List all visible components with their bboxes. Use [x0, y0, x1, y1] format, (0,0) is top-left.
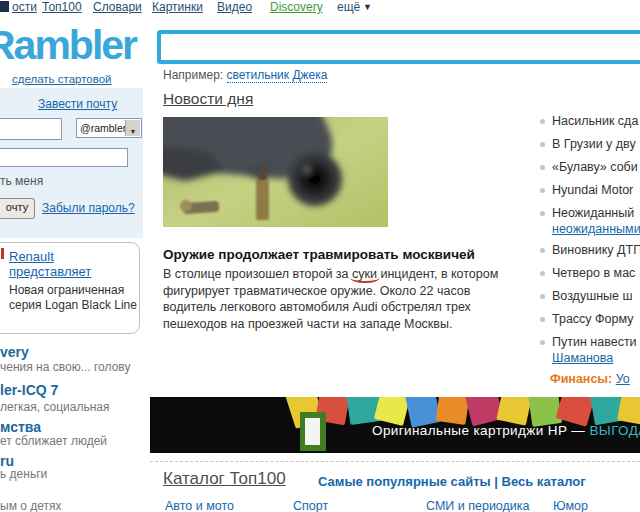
news-photo-pistol[interactable] [163, 117, 388, 227]
search-box [157, 30, 640, 64]
mail-password-input[interactable] [0, 148, 128, 167]
news-list-item[interactable]: Hyundai Motor [552, 183, 633, 197]
news-list-item[interactable]: «Булаву» соби [552, 160, 638, 174]
news-body: В столице произошел второй за суки инцид… [163, 266, 498, 332]
finance-label: Финансы: [550, 372, 612, 386]
favicon-icon [0, 1, 9, 12]
catalog-links: Самые популярные сайты | Весь каталог [318, 474, 586, 489]
finance-line: Финансы: Уо [550, 372, 630, 386]
sidebar-item-ru-desc: ь деньги [0, 467, 47, 481]
sidebar-item-icq-desc: легкая, социальная [0, 400, 110, 414]
news-list-item[interactable]: Воздушные ш [552, 289, 633, 303]
sidebar-item-icq[interactable]: ler-ICQ 7 [0, 382, 58, 398]
news-section-title[interactable]: Новости дня [163, 90, 253, 108]
rambler-portal-page: ости Топ100 Словари Картинки Видео Disco… [0, 0, 640, 512]
banner-card [436, 397, 471, 425]
hp-cartridge-icon [300, 412, 326, 451]
rambler-logo[interactable]: Rambler [0, 22, 136, 69]
banner-text: Оригинальные картриджи HP — ВЫГОДА [372, 423, 640, 438]
news-list-item-link[interactable]: Шаманова [552, 351, 637, 365]
catalog-separator: | [494, 474, 501, 489]
sidebar-item-znakomstva-desc: ет сближает людей [0, 434, 107, 448]
mail-login-input[interactable] [0, 118, 62, 140]
search-example-label: Например: [163, 68, 223, 82]
sidebar-item-discovery-desc: чения на свою... голову [0, 360, 130, 374]
news-headline[interactable]: Оружие продолжает травмировать москвичей [163, 247, 475, 262]
news-body-line2: фигурирует травматическое оружие. Около … [163, 283, 498, 300]
mail-login-button[interactable]: очту [0, 198, 35, 219]
select-arrow-icon[interactable]: ▼ [125, 120, 140, 136]
banner-card [617, 397, 640, 425]
catalog-title-link[interactable]: Каталог Топ100 [163, 469, 286, 489]
sidebar-item-deti-desc: ым о детях [0, 499, 62, 512]
news-list-item[interactable]: Путин навести Шаманова [552, 335, 637, 365]
mail-signup-link[interactable]: Завести почту [38, 97, 117, 111]
news-list-item[interactable]: Насильник сда [552, 114, 638, 128]
catalog-all-link[interactable]: Весь каталог [502, 474, 586, 489]
news-list-item-link[interactable]: неожиданными [552, 222, 640, 236]
nav-item-novosti[interactable]: ости [12, 0, 37, 14]
promo-link-presents[interactable]: представляет [9, 264, 91, 279]
nav-item-discovery[interactable]: Discovery [270, 0, 323, 14]
search-input[interactable] [165, 36, 640, 58]
news-list-item[interactable]: Четверо в мас [552, 266, 635, 280]
catalog-category-smi[interactable]: СМИ и периодика [426, 499, 530, 512]
news-body-line4: пешеходов на проезжей части на западе Мо… [163, 316, 498, 333]
renault-promo-box[interactable]: Renault представляет Новая ограниченная … [0, 242, 140, 334]
news-list-item[interactable]: В Грузии у дву [552, 137, 636, 151]
catalog-popular-link[interactable]: Самые популярные сайты [318, 474, 491, 489]
nav-item-more[interactable]: ещё [337, 0, 360, 14]
promo-badge-icon [1, 248, 4, 259]
nav-item-top100[interactable]: Топ100 [42, 0, 82, 14]
catalog-category-sport[interactable]: Спорт [293, 499, 328, 512]
sidebar-item-discovery[interactable]: very [0, 344, 29, 360]
finance-link[interactable]: Уо [616, 372, 630, 386]
typo-word-red-underline: суки [352, 267, 377, 281]
remember-me-label: ть меня [0, 174, 43, 188]
catalog-category-auto[interactable]: Авто и мото [165, 499, 234, 512]
promo-desc-line1: Новая ограниченная [9, 283, 124, 297]
catalog-category-humor[interactable]: Юмор [553, 499, 588, 512]
set-homepage-link[interactable]: сделать стартовой [12, 73, 112, 85]
news-body-line1: В столице произошел второй за суки инцид… [163, 266, 498, 283]
nav-item-video[interactable]: Видео [217, 0, 252, 14]
nav-item-slovari[interactable]: Словари [93, 0, 142, 14]
forgot-password-link[interactable]: Забыли пароль? [42, 201, 135, 215]
news-list-item[interactable]: Виновнику ДТП [552, 243, 640, 257]
search-example: Например: светильник Джека [163, 68, 327, 82]
hp-banner-ad[interactable]: Оригинальные картриджи HP — ВЫГОДА [150, 397, 640, 453]
news-list-item[interactable]: Неожиданный неожиданными [552, 206, 640, 236]
mail-domain-select[interactable]: @rambler.ru ▼ [76, 118, 142, 138]
sidebar-item-znakomstva[interactable]: мства [0, 419, 41, 435]
promo-desc-line2: серия Logan Black Line [9, 298, 137, 312]
banner-highlight: ВЫГОДА [589, 423, 640, 438]
divider [150, 461, 640, 462]
chevron-down-icon[interactable]: ▼ [363, 2, 372, 12]
nav-item-kartinki[interactable]: Картинки [152, 0, 203, 14]
news-body-line3: водитель легкового автомобиля Audi обстр… [163, 299, 498, 316]
search-example-link[interactable]: светильник Джека [227, 68, 328, 83]
promo-link-renault[interactable]: Renault [9, 249, 54, 264]
news-list-item[interactable]: Трассу Форму [552, 312, 633, 326]
